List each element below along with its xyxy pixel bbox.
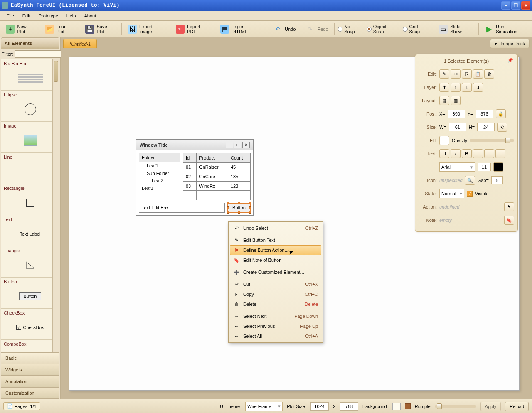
- layer-back-button[interactable]: ⬇: [473, 83, 483, 92]
- sidebar-tab-widgets[interactable]: Widgets: [1, 364, 59, 376]
- rumple-checkbox[interactable]: [405, 403, 411, 409]
- element-text[interactable]: TextText Label: [1, 215, 59, 246]
- note-edit-button[interactable]: 🔖: [504, 216, 514, 225]
- prop-pencil-button[interactable]: ✎: [439, 69, 449, 79]
- close-button[interactable]: ✕: [521, 1, 530, 10]
- grid-snap-radio[interactable]: Grid Snap: [403, 24, 429, 34]
- opacity-slider[interactable]: [470, 139, 514, 142]
- element-image[interactable]: Image: [1, 122, 59, 153]
- load-plot-button[interactable]: 📂Load Plot: [40, 22, 80, 36]
- rumple-slider[interactable]: [435, 405, 476, 408]
- menu-prototype[interactable]: Prototype: [34, 12, 62, 20]
- element-ellipse[interactable]: Ellipse: [1, 91, 59, 122]
- element-blablabla[interactable]: Bla Bla Bla: [1, 59, 59, 91]
- mock-button-selected[interactable]: Button: [227, 203, 251, 213]
- ctx-delete[interactable]: 🗑DeleteDelete: [230, 299, 321, 309]
- size-w-input[interactable]: [449, 123, 466, 131]
- export-dhtml-button[interactable]: ▤Export DHTML: [216, 22, 266, 36]
- text-color-button[interactable]: [493, 162, 503, 172]
- ctx-edit-text[interactable]: ✎Edit Button Text: [230, 235, 321, 245]
- menu-file[interactable]: File: [2, 12, 18, 20]
- align-right-button[interactable]: ≡: [495, 149, 505, 158]
- prop-delete-button[interactable]: 🗑: [484, 69, 494, 79]
- prop-cut-button[interactable]: ✂: [451, 69, 461, 79]
- no-snap-radio[interactable]: No Snap: [338, 24, 362, 34]
- image-dock-toggle[interactable]: ▾Image Dock: [490, 39, 530, 48]
- background-color-button[interactable]: [392, 403, 401, 410]
- ctx-copy[interactable]: ⎘CopyCtrl+C: [230, 289, 321, 299]
- save-plot-button[interactable]: 💾Save Plot: [81, 22, 120, 36]
- size-reset-button[interactable]: ⟲: [497, 123, 507, 132]
- sidebar-tab-customization[interactable]: Customization: [1, 387, 59, 399]
- plot-width-input[interactable]: [310, 402, 329, 411]
- visible-checkbox[interactable]: ✓: [467, 191, 473, 197]
- layer-up-button[interactable]: ↑: [451, 83, 461, 92]
- redo-button[interactable]: ↷Redo: [301, 22, 332, 36]
- size-h-input[interactable]: [477, 123, 495, 131]
- prop-paste-button[interactable]: 📋: [473, 69, 483, 79]
- layer-down-button[interactable]: ↓: [462, 83, 472, 92]
- font-size-input[interactable]: [478, 163, 491, 171]
- ctx-edit-note[interactable]: 🔖Edit Note of Button: [230, 255, 321, 265]
- menu-about[interactable]: About: [80, 12, 100, 20]
- state-select[interactable]: Normal: [439, 189, 464, 198]
- plot-size-label: Plot Size:: [287, 404, 306, 409]
- lock-button[interactable]: 🔒: [496, 109, 506, 118]
- element-checkbox[interactable]: CheckBox✓CheckBox: [1, 309, 59, 340]
- gap-input[interactable]: [491, 176, 503, 184]
- text-underline-button[interactable]: U: [439, 149, 449, 158]
- ctx-select-all[interactable]: ↔Select AllCtrl+A: [230, 331, 321, 341]
- minimize-button[interactable]: –: [501, 1, 510, 10]
- align-center-button[interactable]: ≡: [484, 149, 494, 158]
- sidebar-scrollbar[interactable]: [52, 59, 59, 352]
- action-define-button[interactable]: ⚑: [504, 202, 514, 211]
- maximize-button[interactable]: ❐: [511, 1, 520, 10]
- export-pdf-button[interactable]: PDFExport PDF: [171, 22, 215, 36]
- layout-grid-button[interactable]: ▦: [439, 96, 449, 105]
- ctx-select-prev[interactable]: ←Select PreviousPage Up: [230, 321, 321, 331]
- text-bold-button[interactable]: B: [462, 149, 472, 158]
- menu-help[interactable]: Help: [62, 12, 80, 20]
- menu-bar: File Edit Prototype Help About: [0, 11, 532, 21]
- undo-button[interactable]: ↶Undo: [268, 22, 300, 36]
- slide-show-button[interactable]: ▭Slide Show: [434, 22, 477, 36]
- ctx-select-next[interactable]: →Select NextPage Down: [230, 311, 321, 321]
- apply-button[interactable]: Apply: [480, 402, 501, 411]
- mock-window[interactable]: Window Title – □ ✕ Folder Leaf1 Su: [136, 139, 254, 216]
- icon-browse-button[interactable]: 🔍: [465, 176, 475, 185]
- plot-height-input[interactable]: [340, 402, 358, 411]
- new-plot-button[interactable]: ＋New Plot: [1, 22, 39, 36]
- element-rectangle[interactable]: Rectangle: [1, 184, 59, 215]
- document-tab[interactable]: *Untitled-1: [63, 39, 97, 48]
- arrow-right-icon: →: [233, 314, 240, 319]
- ctx-cut[interactable]: ✂CutCtrl+X: [230, 279, 321, 289]
- fill-color-button[interactable]: [439, 136, 449, 145]
- elements-list[interactable]: Bla Bla Bla Ellipse Image Line Rectangle…: [1, 59, 59, 352]
- element-combobox[interactable]: ComboBox: [1, 340, 59, 350]
- run-simulation-button[interactable]: ▶Run Simulation: [480, 22, 531, 36]
- pages-indicator[interactable]: 📄Pages: 1/1: [3, 402, 40, 410]
- ctx-define-action[interactable]: ⚑Define Button Action...: [230, 245, 321, 255]
- prop-copy-button[interactable]: ⎘: [462, 69, 472, 79]
- sidebar-tab-basic[interactable]: Basic: [1, 352, 59, 364]
- layout-align-button[interactable]: ▥: [451, 96, 461, 105]
- element-button[interactable]: ButtonButton: [1, 278, 59, 309]
- reload-button[interactable]: Reload: [505, 402, 529, 411]
- sidebar-tab-annotation[interactable]: Annotation: [1, 376, 59, 387]
- export-image-button[interactable]: 🖼Export Image: [123, 22, 170, 36]
- pos-x-input[interactable]: [448, 110, 465, 118]
- element-line[interactable]: Line: [1, 153, 59, 184]
- ctx-create-custom[interactable]: ➕Create Customized Element...: [230, 267, 321, 277]
- pin-icon[interactable]: 📌: [507, 58, 513, 63]
- pos-y-input[interactable]: [476, 110, 493, 118]
- text-italic-button[interactable]: I: [451, 149, 461, 158]
- ctx-undo-select[interactable]: ↶Undo SelectCtrl+Z: [230, 223, 321, 233]
- object-snap-radio[interactable]: Object Snap: [367, 24, 398, 34]
- element-triangle[interactable]: Triangle: [1, 246, 59, 278]
- layer-front-button[interactable]: ⬆: [439, 83, 449, 92]
- align-left-button[interactable]: ≡: [473, 149, 483, 158]
- menu-edit[interactable]: Edit: [18, 12, 34, 20]
- ui-theme-select[interactable]: Wire Frame: [245, 402, 283, 411]
- font-select[interactable]: Arial: [439, 162, 475, 172]
- trash-icon: 🗑: [233, 302, 240, 307]
